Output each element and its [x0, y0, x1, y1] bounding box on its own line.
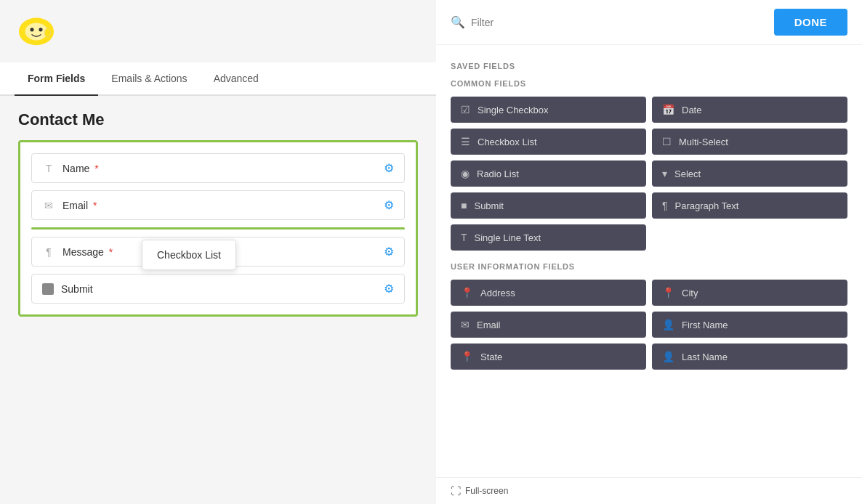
gear-icon-email[interactable]: ⚙: [384, 198, 394, 212]
text-btn-icon: T: [461, 232, 467, 243]
checkbox-icon: ☑: [461, 104, 470, 115]
svg-point-2: [30, 28, 33, 31]
tab-form-fields[interactable]: Form Fields: [15, 62, 98, 94]
mailchimp-logo: [15, 13, 58, 49]
field-btn-city[interactable]: 📍 City: [652, 280, 847, 306]
state-icon: 📍: [461, 351, 473, 362]
svg-point-3: [39, 28, 42, 31]
svg-point-4: [44, 28, 51, 37]
form-canvas: T Name * ⚙ ✉ Email * ⚙ ¶ Message * ⚙: [18, 140, 418, 317]
field-btn-label-radio-list: Radio List: [477, 168, 519, 179]
tab-advanced[interactable]: Advanced: [201, 62, 272, 94]
common-fields-label: COMMON FIELDS: [451, 79, 847, 88]
tooltip-label: Checkbox List: [157, 249, 221, 261]
tabs-bar: Form Fields Emails & Actions Advanced: [0, 62, 436, 96]
field-btn-radio-list[interactable]: ◉ Radio List: [451, 160, 646, 187]
field-btn-label-checkbox-list: Checkbox List: [478, 137, 537, 147]
svg-point-1: [25, 23, 48, 40]
select-icon: ▾: [662, 168, 667, 179]
field-btn-label-multi-select: Multi-Select: [679, 137, 728, 147]
field-btn-label-email-user: Email: [477, 320, 501, 330]
right-panel: 🔍 DONE SAVED FIELDS COMMON FIELDS ☑ Sing…: [436, 0, 862, 504]
fullscreen-icon: ⛶: [451, 485, 461, 497]
user-info-label: USER INFORMATION FIELDS: [451, 262, 847, 271]
field-btn-label-first-name: First Name: [682, 320, 728, 330]
filter-input[interactable]: [471, 17, 587, 28]
done-button[interactable]: DONE: [774, 9, 847, 36]
filter-area: 🔍: [451, 15, 587, 29]
form-field-submit[interactable]: Submit ⚙: [31, 274, 405, 304]
tab-emails-actions[interactable]: Emails & Actions: [98, 62, 200, 94]
paragraph-icon: ¶: [42, 246, 55, 258]
paragraph-btn-icon: ¶: [662, 200, 668, 211]
form-field-name[interactable]: T Name * ⚙: [31, 153, 405, 183]
address-icon: 📍: [461, 287, 473, 298]
common-fields-grid: ☑ Single Checkbox 📅 Date ☰ Checkbox List…: [451, 97, 847, 251]
required-indicator-email: *: [90, 200, 97, 211]
field-btn-label-submit: Submit: [474, 200, 503, 211]
fields-content: SAVED FIELDS COMMON FIELDS ☑ Single Chec…: [436, 45, 862, 392]
email-icon: ✉: [42, 200, 55, 211]
multi-select-icon: ☐: [662, 136, 672, 147]
field-btn-select[interactable]: ▾ Select: [652, 160, 847, 187]
user-fields-grid: 📍 Address 📍 City ✉ Email 👤 First Name 📍: [451, 280, 847, 370]
list-icon: ☰: [461, 136, 470, 147]
field-btn-paragraph-text[interactable]: ¶ Paragraph Text: [652, 192, 847, 219]
saved-fields-label: SAVED FIELDS: [451, 62, 847, 70]
field-btn-email-user[interactable]: ✉ Email: [451, 312, 646, 338]
field-btn-label-paragraph-text: Paragraph Text: [675, 200, 739, 211]
right-header: 🔍 DONE: [436, 0, 862, 45]
field-btn-multi-select[interactable]: ☐ Multi-Select: [652, 129, 847, 155]
field-btn-first-name[interactable]: 👤 First Name: [652, 312, 847, 338]
field-btn-label-city: City: [682, 288, 698, 298]
required-indicator: *: [92, 163, 98, 174]
search-icon: 🔍: [451, 15, 465, 29]
fullscreen-label: Full-screen: [465, 486, 508, 496]
field-btn-label-address: Address: [480, 288, 515, 298]
email-user-icon: ✉: [461, 319, 470, 330]
fullscreen-button[interactable]: ⛶ Full-screen: [436, 477, 862, 504]
field-label-email: Email *: [63, 200, 384, 211]
field-btn-label-state: State: [480, 351, 502, 362]
field-btn-label-select: Select: [674, 168, 701, 179]
left-panel: Form Fields Emails & Actions Advanced Co…: [0, 0, 436, 504]
submit-btn-icon: ■: [461, 200, 467, 211]
last-name-icon: 👤: [662, 351, 674, 362]
form-field-email[interactable]: ✉ Email * ⚙: [31, 190, 405, 220]
field-btn-label-last-name: Last Name: [682, 351, 728, 362]
field-btn-state[interactable]: 📍 State: [451, 344, 646, 370]
field-btn-address[interactable]: 📍 Address: [451, 280, 646, 306]
field-btn-last-name[interactable]: 👤 Last Name: [652, 344, 847, 370]
drag-indicator: [31, 227, 405, 229]
field-btn-checkbox-list[interactable]: ☰ Checkbox List: [451, 129, 646, 155]
field-btn-label-date: Date: [682, 105, 701, 115]
form-title: Contact Me: [0, 96, 436, 140]
field-btn-submit[interactable]: ■ Submit: [451, 192, 646, 219]
field-label-submit: Submit: [61, 283, 384, 295]
gear-icon-message[interactable]: ⚙: [384, 245, 394, 259]
field-btn-label-single-checkbox: Single Checkbox: [478, 105, 549, 115]
city-icon: 📍: [662, 287, 674, 298]
text-icon: T: [42, 163, 55, 174]
field-btn-label-single-line-text: Single Line Text: [475, 232, 541, 243]
field-btn-single-line-text[interactable]: T Single Line Text: [451, 224, 646, 251]
first-name-icon: 👤: [662, 319, 674, 330]
field-btn-single-checkbox[interactable]: ☑ Single Checkbox: [451, 97, 646, 123]
gear-icon-submit[interactable]: ⚙: [384, 282, 394, 296]
gear-icon-name[interactable]: ⚙: [384, 161, 394, 175]
field-btn-date[interactable]: 📅 Date: [652, 97, 847, 123]
logo-area: [0, 0, 436, 62]
required-indicator-message: *: [106, 246, 113, 258]
checkbox-list-tooltip: Checkbox List: [142, 240, 236, 270]
date-icon: 📅: [662, 104, 674, 115]
submit-icon: [42, 283, 54, 295]
field-label-name: Name *: [63, 163, 384, 174]
radio-icon: ◉: [461, 168, 470, 179]
